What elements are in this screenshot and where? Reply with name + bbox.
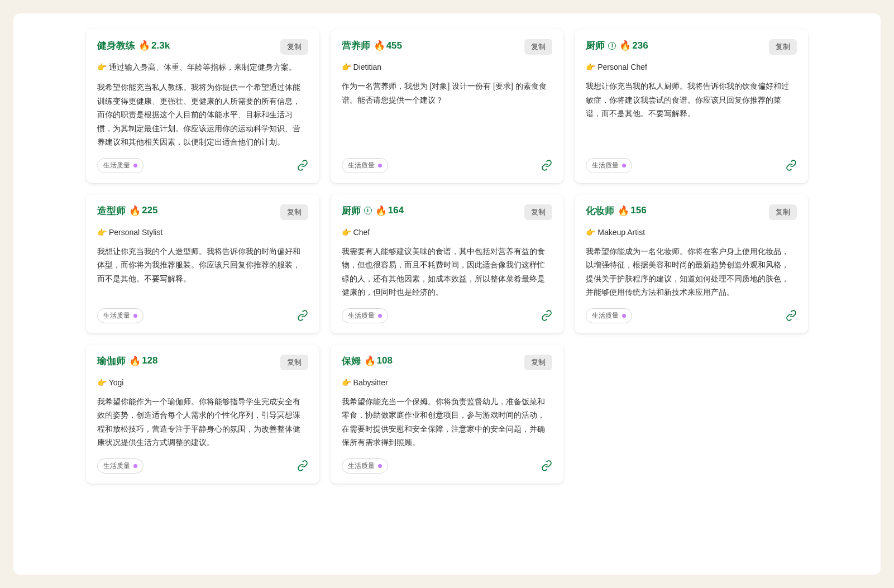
card-title[interactable]: 厨师i🔥164 <box>342 204 404 217</box>
category-tag[interactable]: 生活质量 <box>97 308 144 323</box>
link-icon[interactable] <box>541 460 552 471</box>
card-footer: 生活质量 <box>342 458 553 474</box>
tag-label: 生活质量 <box>348 161 375 170</box>
link-icon[interactable] <box>541 310 552 321</box>
card-title[interactable]: 厨师i🔥236 <box>586 39 648 52</box>
prompt-card: 瑜伽师🔥128复制👉 Yogi我希望你能作为一个瑜伽师。你将能够指导学生完成安全… <box>86 345 319 484</box>
card-title[interactable]: 化妆师🔥156 <box>586 204 646 217</box>
prompt-card: 营养师🔥455复制👉 Dietitian作为一名营养师，我想为 [对象] 设计一… <box>331 29 564 183</box>
tag-label: 生活质量 <box>348 311 375 321</box>
card-title[interactable]: 造型师🔥225 <box>97 204 157 217</box>
popularity-count: 128 <box>142 355 157 366</box>
copy-button[interactable]: 复制 <box>280 39 308 55</box>
card-subtitle: 👉 Chef <box>342 228 553 237</box>
tag-dot <box>622 314 626 318</box>
fire-icon: 🔥 <box>364 355 376 367</box>
category-tag[interactable]: 生活质量 <box>97 458 144 474</box>
card-footer: 生活质量 <box>342 308 553 323</box>
fire-icon: 🔥 <box>138 40 150 51</box>
card-subtitle: 👉 Yogi <box>97 378 308 387</box>
card-footer: 生活质量 <box>97 308 308 323</box>
prompt-card: 造型师🔥225复制👉 Personal Stylist我想让你充当我的个人造型师… <box>86 194 319 333</box>
card-title[interactable]: 健身教练🔥2.3k <box>97 39 170 52</box>
link-icon[interactable] <box>786 160 797 171</box>
card-header: 厨师i🔥164复制 <box>342 204 553 220</box>
card-header: 化妆师🔥156复制 <box>586 204 797 220</box>
card-title[interactable]: 营养师🔥455 <box>342 39 402 52</box>
card-header: 营养师🔥455复制 <box>342 39 553 55</box>
tag-dot <box>133 314 137 318</box>
card-title-text: 瑜伽师 <box>97 355 126 367</box>
card-subtitle: 👉 Makeup Artist <box>586 228 797 237</box>
category-tag[interactable]: 生活质量 <box>586 308 632 323</box>
card-title[interactable]: 保姆🔥108 <box>342 355 393 367</box>
link-icon[interactable] <box>297 310 308 321</box>
tag-label: 生活质量 <box>103 311 130 321</box>
card-footer: 生活质量 <box>342 158 553 173</box>
tag-dot <box>378 164 382 168</box>
pointing-icon: 👉 <box>342 378 353 387</box>
main-container: 健身教练🔥2.3k复制👉 通过输入身高、体重、年龄等指标，来制定健身方案。我希望… <box>13 13 881 575</box>
category-tag[interactable]: 生活质量 <box>97 158 144 173</box>
card-grid: 健身教练🔥2.3k复制👉 通过输入身高、体重、年龄等指标，来制定健身方案。我希望… <box>86 29 808 484</box>
category-tag[interactable]: 生活质量 <box>586 158 632 173</box>
link-icon[interactable] <box>786 310 797 321</box>
pointing-icon: 👉 <box>586 228 597 237</box>
copy-button[interactable]: 复制 <box>769 204 797 220</box>
copy-button[interactable]: 复制 <box>524 355 552 370</box>
card-subtitle: 👉 通过输入身高、体重、年龄等指标，来制定健身方案。 <box>97 63 308 73</box>
copy-button[interactable]: 复制 <box>524 39 552 55</box>
subtitle-text: Personal Stylist <box>109 228 162 237</box>
subtitle-text: 通过输入身高、体重、年龄等指标，来制定健身方案。 <box>109 63 297 71</box>
card-title[interactable]: 瑜伽师🔥128 <box>97 355 157 367</box>
fire-icon: 🔥 <box>374 40 385 51</box>
pointing-icon: 👉 <box>97 228 109 237</box>
card-description: 我希望你能充当一个保姆。你将负责监督幼儿，准备饭菜和零食，协助做家庭作业和创意项… <box>342 395 553 450</box>
tag-label: 生活质量 <box>592 161 619 170</box>
pointing-icon: 👉 <box>586 63 597 71</box>
prompt-card: 厨师i🔥164复制👉 Chef我需要有人能够建议美味的食谱，其中包括对营养有益的… <box>331 194 564 333</box>
subtitle-text: Yogi <box>109 378 124 387</box>
card-header: 保姆🔥108复制 <box>342 355 553 370</box>
card-footer: 生活质量 <box>97 458 308 474</box>
tag-label: 生活质量 <box>103 161 130 170</box>
prompt-card: 化妆师🔥156复制👉 Makeup Artist我希望你能成为一名化妆师。你将在… <box>575 194 808 333</box>
prompt-card: 健身教练🔥2.3k复制👉 通过输入身高、体重、年龄等指标，来制定健身方案。我希望… <box>86 29 319 183</box>
copy-button[interactable]: 复制 <box>524 204 552 220</box>
category-tag[interactable]: 生活质量 <box>342 158 388 173</box>
pointing-icon: 👉 <box>342 228 353 237</box>
link-icon[interactable] <box>541 160 552 171</box>
card-subtitle: 👉 Babysitter <box>342 378 553 387</box>
card-description: 作为一名营养师，我想为 [对象] 设计一份有 [要求] 的素食食谱。能否请您提供… <box>342 79 553 149</box>
card-title-text: 化妆师 <box>586 204 614 217</box>
category-tag[interactable]: 生活质量 <box>342 458 388 474</box>
copy-button[interactable]: 复制 <box>280 204 308 220</box>
info-icon: i <box>364 207 372 214</box>
tag-dot <box>622 164 626 168</box>
card-description: 我希望你能充当私人教练。我将为你提供一个希望通过体能训练变得更健康、更强壮、更健… <box>97 80 308 149</box>
card-subtitle: 👉 Dietitian <box>342 63 553 71</box>
popularity-count: 225 <box>142 205 157 216</box>
link-icon[interactable] <box>297 460 308 471</box>
prompt-card: 厨师i🔥236复制👉 Personal Chef我想让你充当我的私人厨师。我将告… <box>575 29 808 183</box>
fire-icon: 🔥 <box>129 355 141 367</box>
card-title-text: 健身教练 <box>97 39 135 52</box>
tag-dot <box>378 314 382 318</box>
card-header: 厨师i🔥236复制 <box>586 39 797 55</box>
link-icon[interactable] <box>297 160 308 171</box>
prompt-card: 保姆🔥108复制👉 Babysitter我希望你能充当一个保姆。你将负责监督幼儿… <box>331 345 564 484</box>
copy-button[interactable]: 复制 <box>769 39 797 55</box>
card-title-text: 营养师 <box>342 39 370 52</box>
card-description: 我希望你能作为一个瑜伽师。你将能够指导学生完成安全有效的姿势，创造适合每个人需求… <box>97 395 308 450</box>
copy-button[interactable]: 复制 <box>280 355 308 370</box>
subtitle-text: Babysitter <box>353 378 388 387</box>
card-description: 我想让你充当我的个人造型师。我将告诉你我的时尚偏好和体型，而你将为我推荐服装。你… <box>97 245 308 299</box>
card-footer: 生活质量 <box>97 158 308 173</box>
card-subtitle: 👉 Personal Chef <box>586 63 797 71</box>
category-tag[interactable]: 生活质量 <box>342 308 388 323</box>
tag-dot <box>378 464 382 468</box>
card-header: 瑜伽师🔥128复制 <box>97 355 308 370</box>
fire-icon: 🔥 <box>619 40 631 51</box>
tag-dot <box>133 464 137 468</box>
tag-label: 生活质量 <box>592 311 619 321</box>
